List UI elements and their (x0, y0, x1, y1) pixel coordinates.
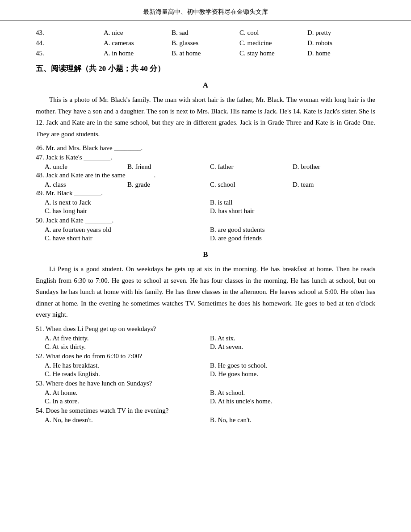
question-54: 54. Does he sometimes watch TV in the ev… (36, 407, 375, 415)
q43-d: D. pretty (307, 29, 375, 37)
q50-options: A. are fourteen years old B. are good st… (36, 226, 375, 243)
q51-c: C. At six thirty. (45, 343, 210, 351)
q54-a: A. No, he doesn't. (45, 416, 210, 424)
q44-num: 44. (36, 39, 104, 47)
q51-a: A. At five thirty. (45, 335, 210, 342)
q48-a: A. class (45, 181, 127, 189)
q45-d: D. home (307, 50, 375, 57)
q48-options: A. class B. grade C. school D. team (36, 181, 375, 189)
q50-row2: C. have short hair D. are good friends (45, 235, 375, 242)
q53-d: D. At his uncle's home. (210, 398, 375, 405)
q43-b: B. sad (172, 29, 239, 37)
questions-43-45: 43. A. nice B. sad C. cool D. pretty 44.… (36, 29, 375, 57)
q43-num: 43. (36, 29, 104, 37)
q47-options: A. uncle B. friend C. father D. brother (36, 163, 375, 171)
q50-a: A. are fourteen years old (45, 226, 210, 234)
q43-a: A. nice (104, 29, 172, 37)
options-row-43: 43. A. nice B. sad C. cool D. pretty (36, 29, 375, 37)
passage-b-text: Li Peng is a good student. On weekdays h… (36, 264, 375, 321)
q53-options: A. At home. B. At school. C. In a store.… (36, 389, 375, 406)
question-46: 46. Mr. and Mrs. Black have ________. (36, 144, 375, 152)
q53-row2: C. In a store. D. At his uncle's home. (45, 398, 375, 405)
q44-d: D. robots (307, 39, 375, 47)
q49-d: D. has short hair (210, 207, 375, 215)
q53-row1: A. At home. B. At school. (45, 389, 375, 397)
question-52: 52. What does he do from 6:30 to 7:00? (36, 352, 375, 360)
q49-c: C. has long hair (45, 207, 210, 215)
q52-c: C. He reads English. (45, 370, 210, 378)
q52-a: A. He has breakfast. (45, 362, 210, 369)
q45-b: B. at home (172, 50, 239, 57)
q53-b: B. At school. (210, 389, 375, 397)
q51-row1: A. At five thirty. B. At six. (45, 335, 375, 342)
q47-b: B. friend (127, 163, 210, 171)
q50-b: B. are good students (210, 226, 375, 234)
q54-b: B. No, he can't. (210, 416, 375, 424)
q52-d: D. He goes home. (210, 370, 375, 378)
question-51: 51. When does Li Peng get up on weekdays… (36, 325, 375, 333)
main-content: 43. A. nice B. sad C. cool D. pretty 44.… (0, 29, 411, 425)
q50-row1: A. are fourteen years old B. are good st… (45, 226, 375, 234)
question-50: 50. Jack and Kate ________. (36, 217, 375, 224)
q54-row1: A. No, he doesn't. B. No, he can't. (45, 416, 375, 424)
q45-c: C. stay home (239, 50, 307, 57)
question-43: 43. A. nice B. sad C. cool D. pretty (36, 29, 375, 37)
q44-a: A. cameras (104, 39, 172, 47)
q43-c: C. cool (239, 29, 307, 37)
q50-d: D. are good friends (210, 235, 375, 242)
q52-options: A. He has breakfast. B. He goes to schoo… (36, 362, 375, 379)
q45-a: A. in home (104, 50, 172, 57)
question-44: 44. A. cameras B. glasses C. medicine D.… (36, 39, 375, 47)
q53-a: A. At home. (45, 389, 210, 397)
q49-row1: A. is next to Jack B. is tall (45, 199, 375, 206)
q51-d: D. At seven. (210, 343, 375, 351)
options-row-45: 45. A. in home B. at home C. stay home D… (36, 50, 375, 57)
q52-row1: A. He has breakfast. B. He goes to schoo… (45, 362, 375, 369)
q44-c: C. medicine (239, 39, 307, 47)
q49-row2: C. has long hair D. has short hair (45, 207, 375, 215)
q52-row2: C. He reads English. D. He goes home. (45, 370, 375, 378)
q47-c: C. father (210, 163, 293, 171)
header-text: 最新海量高中、初中教学资料尽在金锄头文库 (143, 8, 268, 15)
page-header: 最新海量高中、初中教学资料尽在金锄头文库 (0, 0, 411, 21)
q47-d: D. brother (293, 163, 375, 171)
q53-c: C. In a store. (45, 398, 210, 405)
q49-options: A. is next to Jack B. is tall C. has lon… (36, 199, 375, 216)
q51-b: B. At six. (210, 335, 375, 342)
passage-a-title: A (36, 81, 375, 90)
question-49: 49. Mr. Black ________. (36, 189, 375, 197)
q49-b: B. is tall (210, 199, 375, 206)
q47-a: A. uncle (45, 163, 127, 171)
options-row-44: 44. A. cameras B. glasses C. medicine D.… (36, 39, 375, 47)
q45-num: 45. (36, 50, 104, 57)
q51-row2: C. At six thirty. D. At seven. (45, 343, 375, 351)
q51-options: A. At five thirty. B. At six. C. At six … (36, 335, 375, 352)
question-45: 45. A. in home B. at home C. stay home D… (36, 50, 375, 57)
q52-b: B. He goes to school. (210, 362, 375, 369)
question-47: 47. Jack is Kate's ________. (36, 154, 375, 161)
question-48: 48. Jack and Kate are in the same ______… (36, 172, 375, 179)
q49-a: A. is next to Jack (45, 199, 210, 206)
q44-b: B. glasses (172, 39, 239, 47)
passage-a-text: This is a photo of Mr. Black's family. T… (36, 94, 375, 140)
q48-b: B. grade (127, 181, 210, 189)
section5-title: 五、阅读理解（共 20 小题；共 40 分） (36, 63, 375, 74)
q54-options: A. No, he doesn't. B. No, he can't. (36, 416, 375, 425)
passage-b-title: B (36, 250, 375, 259)
q50-c: C. have short hair (45, 235, 210, 242)
question-53: 53. Where does he have lunch on Sundays? (36, 380, 375, 387)
q48-d: D. team (293, 181, 375, 189)
q48-c: C. school (210, 181, 293, 189)
